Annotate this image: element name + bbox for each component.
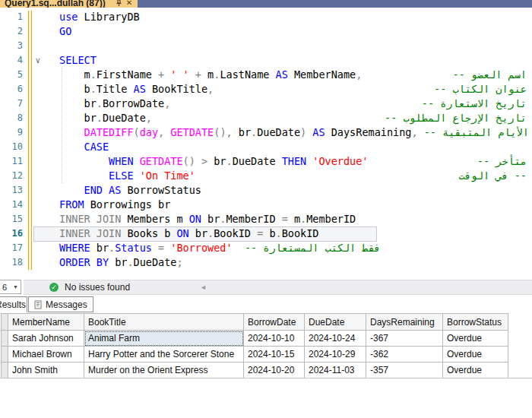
grid-cell[interactable]: Animal Farm [84,331,244,347]
fold-margin [23,255,44,270]
grid-cell[interactable]: -362 [366,347,443,363]
results-grid-table: MemberNameBookTitleBorrowDateDueDateDays… [1,313,508,378]
fold-margin [23,10,44,24]
grid-corner-header[interactable] [2,314,8,331]
code-line-text [44,39,532,53]
grid-column-header[interactable]: DaysRemaining [366,314,443,331]
health-indicator-text[interactable]: No issues found [65,282,130,293]
code-line: 15INNER JOIN Members m ON br.MemberID = … [0,212,532,226]
code-line: 2GO [0,24,532,39]
editor-status-bar: ✓ No issues found ◄ 6 ▼ [0,280,532,295]
document-tab-label: Query1.sq...dullah (87)) [5,0,113,8]
grid-column-header[interactable]: DueDate [305,314,366,331]
grid-cell[interactable]: Michael Brown [8,347,84,363]
code-line: 8 br.DueDate,-- تاريخ الإرجاع المطلوب [0,111,532,125]
grid-cell[interactable]: 2024-10-24 [305,331,366,347]
code-comment: -- الأيام المتبقية [424,125,529,140]
fold-margin [23,125,44,140]
grid-cell[interactable]: John Smith [8,363,84,378]
code-line: 7 br.BorrowDate,-- تاريخ الاستعارة [0,97,532,111]
code-line-text: WHERE br.Status = 'Borrowed' -- فقط الكت… [44,241,532,255]
tab-messages-label: Messages [46,299,87,310]
horizontal-scrollbar[interactable]: ✓ No issues found ◄ [24,280,532,295]
grid-cell[interactable]: 2024-10-20 [244,363,305,378]
code-comment: -- اسم العضو [452,68,532,82]
code-line: 14FROM Borrowings br [0,198,532,212]
code-line: 5 m.FirstName + ' ' + m.LastName AS Memb… [0,68,532,82]
tab-messages[interactable]: Messages [28,296,93,312]
results-pane-tabs: Results Messages [0,296,532,313]
scroll-left-arrow-icon[interactable]: ◄ [200,283,207,291]
grid-cell[interactable]: Overdue [443,363,508,378]
code-line: 18ORDER BY br.DueDate; [0,255,532,270]
fold-margin [23,24,44,39]
fold-margin [23,39,44,53]
fold-margin [23,140,44,154]
zoom-level-value: 6 [0,283,13,292]
line-number: 6 [0,82,23,97]
code-comment: في الوقت -- [459,169,532,183]
grid-cell[interactable]: Sarah Johnson [8,331,84,347]
fold-collapse-icon[interactable]: ∨ [23,53,44,68]
grid-cell[interactable]: Overdue [443,331,508,347]
code-line-text: ELSE 'On Time'في الوقت -- [44,169,532,183]
code-line: 3 [0,39,532,53]
grid-cell[interactable]: Murder on the Orient Express [84,363,244,378]
line-number: 2 [0,24,23,39]
grid-cell[interactable]: Harry Potter and the Sorcerer Stone [84,347,244,363]
fold-margin [23,154,44,169]
tab-results[interactable]: Results [0,296,27,312]
health-check-icon: ✓ [49,283,59,292]
code-line: 1use LibraryDB [0,10,532,24]
grid-cell[interactable]: 2024-10-29 [305,347,366,363]
grid-column-header[interactable]: MemberName [8,314,84,331]
line-number: 13 [0,183,23,198]
chevron-down-icon: ▼ [13,284,21,290]
code-line-text: INNER JOIN Members m ON br.MemberID = m.… [44,212,532,226]
document-tab[interactable]: Query1.sq...dullah (87)) ✕ [0,0,138,8]
code-line: 17WHERE br.Status = 'Borrowed' -- فقط ال… [0,241,532,255]
code-line: 9 DATEDIFF(day, GETDATE(), br.DueDate) A… [0,125,532,140]
code-line: 12 ELSE 'On Time'في الوقت -- [0,169,532,183]
line-number: 8 [0,111,23,125]
code-line-text: CASE [44,140,532,154]
code-line-text: SELECT [44,53,532,68]
code-line: 4∨SELECT [0,53,532,68]
line-number: 3 [0,39,23,53]
sql-code-editor[interactable]: 1use LibraryDB2GO34∨SELECT5 m.FirstName … [0,8,532,275]
fold-margin [23,68,44,82]
grid-cell[interactable]: -357 [366,363,443,378]
grid-cell[interactable]: -367 [366,331,443,347]
code-line-text: WHEN GETDATE() > br.DueDate THEN 'Overdu… [44,154,532,169]
fold-margin [23,226,44,241]
grid-cell[interactable]: Overdue [443,347,508,363]
line-number: 10 [0,140,23,154]
grid-row: Sarah JohnsonAnimal Farm2024-10-102024-1… [2,331,508,347]
grid-row-header[interactable] [2,331,8,347]
zoom-level-dropdown[interactable]: 6 ▼ [0,280,21,294]
line-number: 5 [0,68,23,82]
line-number: 11 [0,154,23,169]
grid-cell[interactable]: 2024-10-10 [244,331,305,347]
line-number: 4 [0,53,23,68]
grid-cell[interactable]: 2024-11-03 [305,363,366,378]
line-number: 18 [0,255,23,270]
grid-row: John SmithMurder on the Orient Express20… [2,363,508,378]
grid-column-header[interactable]: BookTitle [84,314,244,331]
grid-column-header[interactable]: BorrowDate [244,314,305,331]
messages-icon [34,300,42,309]
grid-row-header[interactable] [2,347,8,363]
grid-column-header[interactable]: BorrowStatus [443,314,508,331]
code-line-text: use LibraryDB [44,10,532,24]
pin-icon[interactable] [113,0,124,8]
line-number: 9 [0,125,23,140]
grid-header-row: MemberNameBookTitleBorrowDateDueDateDays… [2,314,508,331]
grid-row-header[interactable] [2,363,8,378]
grid-row: Michael BrownHarry Potter and the Sorcer… [2,347,508,363]
code-line-text: b.Title AS BookTitle,-- عنوان الكتاب [44,82,532,97]
grid-cell[interactable]: 2024-10-15 [244,347,305,363]
code-line-text: FROM Borrowings br [44,198,532,212]
code-line-text: br.BorrowDate,-- تاريخ الاستعارة [44,97,532,111]
document-tab-bar: Query1.sq...dullah (87)) ✕ [0,0,532,8]
close-icon[interactable]: ✕ [124,0,135,8]
